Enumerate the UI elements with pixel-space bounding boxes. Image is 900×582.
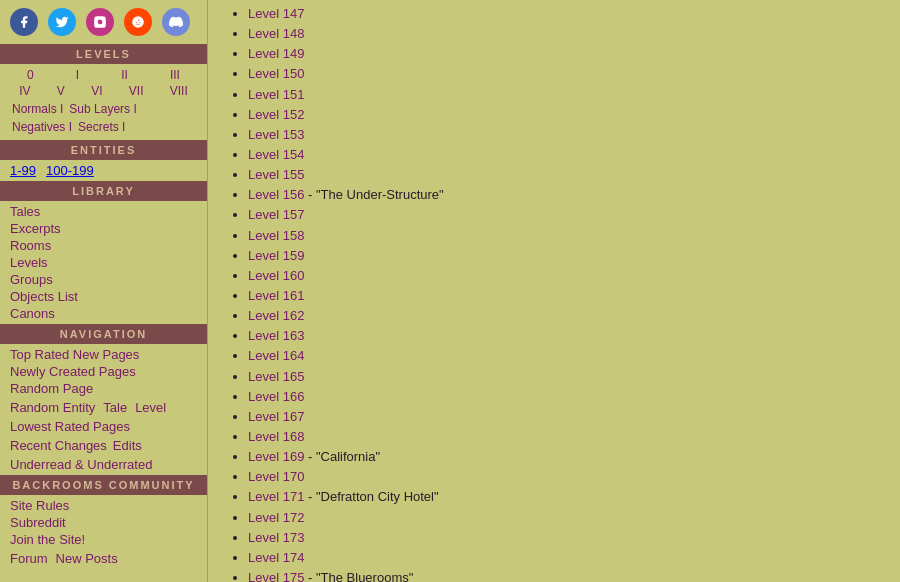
tales-link[interactable]: Tales (10, 203, 197, 220)
levels-row-4: Negatives I Secrets I (6, 118, 201, 136)
site-rules-link[interactable]: Site Rules (10, 497, 197, 514)
level-link[interactable]: Level 155 (248, 167, 304, 182)
list-item: Level 170 (248, 467, 890, 487)
random-page-link[interactable]: Random Page (10, 380, 197, 397)
lowest-rated-link[interactable]: Lowest Rated Pages (10, 418, 197, 435)
underread-link[interactable]: Underread & Underrated (10, 456, 197, 473)
forum-row: Forum New Posts (0, 550, 207, 567)
nav-inline-row: Random Entity Tale Level (0, 399, 207, 416)
list-item: Level 173 (248, 528, 890, 548)
level-link[interactable]: Level 169 (248, 449, 304, 464)
level-link[interactable]: Level 150 (248, 66, 304, 81)
excerpts-link[interactable]: Excerpts (10, 220, 197, 237)
level-iii-link[interactable]: III (170, 68, 180, 82)
level-link[interactable]: Level 161 (248, 288, 304, 303)
list-item: Level 155 (248, 165, 890, 185)
level-iv-link[interactable]: IV (19, 84, 30, 98)
list-item: Level 172 (248, 508, 890, 528)
twitter-icon[interactable] (48, 8, 76, 36)
facebook-icon[interactable] (10, 8, 38, 36)
level-link[interactable]: Level 154 (248, 147, 304, 162)
instagram-icon[interactable] (86, 8, 114, 36)
level-link[interactable]: Level 166 (248, 389, 304, 404)
level-link[interactable]: Level 149 (248, 46, 304, 61)
library-header: LIBRARY (0, 181, 207, 201)
negatives-i-link[interactable]: Negatives I (12, 120, 72, 134)
levels-row-3: Normals I Sub Layers I (6, 100, 201, 118)
svg-point-3 (136, 22, 137, 23)
level-link[interactable]: Level 165 (248, 369, 304, 384)
edits-link[interactable]: Edits (113, 438, 142, 453)
level-link[interactable]: Level 162 (248, 308, 304, 323)
random-tale-link[interactable]: Tale (103, 400, 127, 415)
list-item: Level 150 (248, 64, 890, 84)
subreddit-link[interactable]: Subreddit (10, 514, 197, 531)
level-link[interactable]: Level 171 (248, 489, 304, 504)
level-link[interactable]: Level 173 (248, 530, 304, 545)
random-entity-link[interactable]: Random Entity (10, 400, 95, 415)
newly-created-link[interactable]: Newly Created Pages (10, 363, 197, 380)
list-item: Level 148 (248, 24, 890, 44)
main-content: Level 147Level 148Level 149Level 150Leve… (208, 0, 900, 582)
level-viii-link[interactable]: VIII (170, 84, 188, 98)
level-link[interactable]: Level 167 (248, 409, 304, 424)
join-site-link[interactable]: Join the Site! (10, 531, 197, 548)
levels-list: Level 147Level 148Level 149Level 150Leve… (228, 4, 890, 582)
level-link[interactable]: Level 160 (248, 268, 304, 283)
level-link[interactable]: Level 151 (248, 87, 304, 102)
navigation-header: NAVIGATION (0, 324, 207, 344)
level-vi-link[interactable]: VI (91, 84, 102, 98)
recent-row: Recent Changes Edits (0, 437, 207, 454)
list-item: Level 153 (248, 125, 890, 145)
level-link[interactable]: Level 156 (248, 187, 304, 202)
nav-section-3: Underread & Underrated (0, 454, 207, 475)
level-i-link[interactable]: I (76, 68, 79, 82)
discord-icon[interactable] (162, 8, 190, 36)
list-item: Level 151 (248, 85, 890, 105)
rooms-link[interactable]: Rooms (10, 237, 197, 254)
list-item: Level 159 (248, 246, 890, 266)
normals-i-link[interactable]: Normals I (12, 102, 63, 116)
objects-list-link[interactable]: Objects List (10, 288, 197, 305)
levels-row-2: IV V VI VII VIII (6, 84, 201, 98)
new-posts-link[interactable]: New Posts (56, 551, 118, 566)
level-link[interactable]: Level 153 (248, 127, 304, 142)
list-item: Level 156 - "The Under-Structure" (248, 185, 890, 205)
level-link[interactable]: Level 159 (248, 248, 304, 263)
top-rated-link[interactable]: Top Rated New Pages (10, 346, 197, 363)
level-link[interactable]: Level 148 (248, 26, 304, 41)
level-vii-link[interactable]: VII (129, 84, 144, 98)
level-v-link[interactable]: V (57, 84, 65, 98)
level-link[interactable]: Level 157 (248, 207, 304, 222)
level-ii-link[interactable]: II (121, 68, 128, 82)
secrets-i-link[interactable]: Secrets I (78, 120, 125, 134)
level-link[interactable]: Level 164 (248, 348, 304, 363)
level-link[interactable]: Level 168 (248, 429, 304, 444)
recent-changes-link[interactable]: Recent Changes (10, 438, 107, 453)
groups-link[interactable]: Groups (10, 271, 197, 288)
entities-1-99-link[interactable]: 1-99 (10, 163, 36, 178)
level-link[interactable]: Level 174 (248, 550, 304, 565)
list-item: Level 168 (248, 427, 890, 447)
level-link[interactable]: Level 163 (248, 328, 304, 343)
level-link[interactable]: Level 172 (248, 510, 304, 525)
list-item: Level 174 (248, 548, 890, 568)
list-item: Level 160 (248, 266, 890, 286)
level-link[interactable]: Level 175 (248, 570, 304, 582)
levels-link[interactable]: Levels (10, 254, 197, 271)
level-link[interactable]: Level 152 (248, 107, 304, 122)
sub-layers-i-link[interactable]: Sub Layers I (69, 102, 136, 116)
level-0-link[interactable]: 0 (27, 68, 34, 82)
canons-link[interactable]: Canons (10, 305, 197, 322)
level-link[interactable]: Level 147 (248, 6, 304, 21)
forum-link[interactable]: Forum (10, 551, 48, 566)
level-link[interactable]: Level 170 (248, 469, 304, 484)
community-section: Site Rules Subreddit Join the Site! (0, 495, 207, 550)
level-link[interactable]: Level 158 (248, 228, 304, 243)
reddit-icon[interactable] (124, 8, 152, 36)
list-item: Level 169 - "California" (248, 447, 890, 467)
list-item: Level 166 (248, 387, 890, 407)
random-level-link[interactable]: Level (135, 400, 166, 415)
entities-100-199-link[interactable]: 100-199 (46, 163, 94, 178)
list-item: Level 154 (248, 145, 890, 165)
